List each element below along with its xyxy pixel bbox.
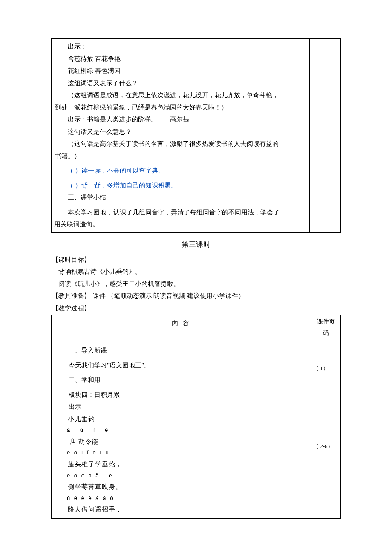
p1-line5: （这组词语是成语，在意思上依次递进，花儿没开，花儿齐放，争奇斗艳，	[54, 89, 307, 101]
p1-line6: 出示：书籍是人类进步的阶梯。——高尔基	[54, 113, 307, 126]
poem-title: 小儿垂钓	[55, 413, 308, 425]
p1-line9: 三、课堂小结	[54, 191, 307, 204]
p1-line5b: 到处一派花红柳绿的景象，已经是春色满园的大好春天啦！）	[54, 101, 307, 114]
goal-heading: 【课时目标】	[51, 256, 91, 263]
prep-text: 课件 （笔顺动态演示 朗读音视频 建议使用小学课件）	[91, 292, 245, 299]
p1-line4: 这组词语又表示了什么？	[54, 77, 307, 90]
intro-text: 今天我们学习"语文园地三"。	[55, 359, 308, 372]
goal-2: 阅读《玩儿小》，感受王二小的机智勇敢。	[58, 280, 181, 287]
part1-main-cell: 出示： 含苞待放 百花争艳 花红柳绿 春色满园 这组词语又表示了什么？ （这组词…	[52, 39, 310, 233]
part3-side-cell: （ 1） （ 2-6）	[311, 340, 341, 519]
slide-ref-1: （ 1）	[313, 363, 339, 374]
poem-line1: 蓬头稚子学垂纶，	[55, 458, 308, 471]
p1-blue1: （ ）读一读，不会的可以查字典。	[54, 165, 307, 177]
poem-title-pinyin: á ú ì é	[55, 425, 308, 436]
p1-line10: 本次学习园地，认识了几组同音字，弄清了每组同音字的不同用法，学会了	[54, 206, 307, 219]
p1-line3: 花红柳绿 春色满园	[54, 65, 307, 77]
proc-heading: 【教学过程】	[51, 305, 91, 312]
slide-ref-2: （ 2-6）	[313, 441, 339, 452]
lesson-part1-table: 出示： 含苞待放 百花争艳 花红柳绿 春色满园 这组词语又表示了什么？ （这组词…	[51, 38, 341, 233]
s2-sub: 板块四：日积月累	[55, 389, 308, 401]
section3-meta: 【课时目标】 背诵积累古诗《小儿垂钓》。 阅读《玩儿小》，感受王二小的机智勇敢。…	[51, 254, 341, 315]
part1-side-cell	[310, 39, 341, 233]
s2-heading: 二、学和用	[55, 374, 308, 386]
part3-main-cell: 一、导入新课 今天我们学习"语文园地三"。 二、学和用 板块四：日积月累 出示 …	[52, 340, 311, 519]
p1-line7: 这句话又是什么意思？	[54, 126, 307, 138]
poem-py1: é ó ì ǐ é í ú	[55, 448, 308, 458]
poem-author: 唐 胡令能	[55, 436, 308, 448]
section3-title: 第三课时	[51, 240, 341, 249]
lesson-part3-table: 内 容 课件页 码 一、导入新课 今天我们学习"语文园地三"。 二、学和用 板块…	[51, 315, 341, 519]
col-content-header: 内 容	[52, 315, 311, 340]
show-label: 出示	[55, 401, 308, 413]
poem-line2: 侧坐莓苔草映身。	[55, 481, 308, 493]
poem-py2: è ò é á ǎ ì ē	[55, 471, 308, 481]
col-page-header: 课件页 码	[311, 315, 341, 340]
p1-blue2: （ ）背一背，多增加自己的知识积累。	[54, 179, 307, 192]
poem-py3: ù é è è á ā ǒ	[55, 493, 308, 504]
intro-heading: 一、导入新课	[55, 344, 308, 357]
p1-line10c: 用关联词造句。	[54, 218, 307, 231]
goal-1: 背诵积累古诗《小儿垂钓》。	[58, 268, 142, 275]
prep-heading: 【教具准备】	[51, 292, 91, 299]
poem-line3: 路人借问遥招手，	[55, 503, 308, 516]
p1-line8b: 书籍。）	[54, 150, 307, 162]
p1-line8: （这句话是高尔基关于读书的名言，激励了很多热爱读书的人去阅读有益的	[54, 138, 307, 150]
p1-line1: 出示：	[54, 40, 307, 53]
p1-line2: 含苞待放 百花争艳	[54, 53, 307, 65]
